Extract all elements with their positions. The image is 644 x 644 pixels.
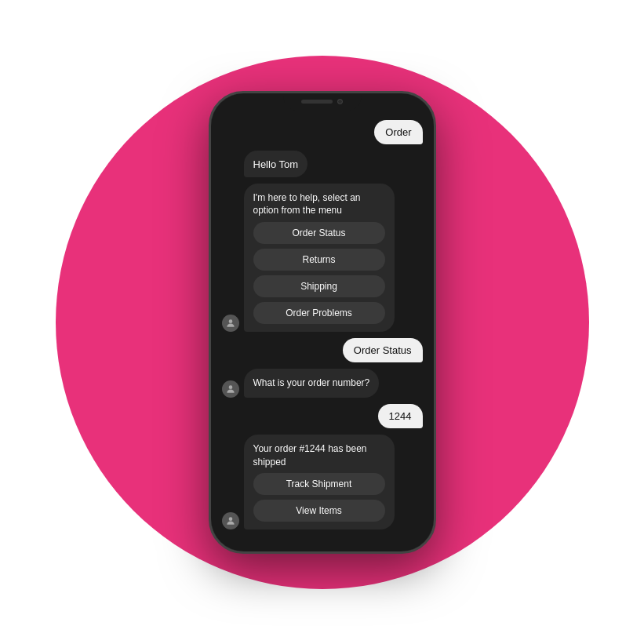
phone-wrapper: Order Hello Tom I'm here to help, select — [209, 91, 436, 554]
btn-order-problems[interactable]: Order Problems — [253, 302, 385, 324]
svg-point-0 — [228, 319, 232, 323]
phone-outer: Order Hello Tom I'm here to help, select — [209, 91, 436, 554]
bubble-hello-name: Hello Tom — [253, 158, 299, 170]
shipped-text: Your order #1244 has been shipped — [253, 442, 385, 469]
chat-area: Order Hello Tom I'm here to help, select — [211, 96, 434, 551]
menu-intro-text: I'm here to help, select an option from … — [253, 191, 385, 218]
btn-track-shipment[interactable]: Track Shipment — [253, 473, 385, 495]
btn-order-status[interactable]: Order Status — [253, 222, 385, 244]
msg-1244-out: 1244 — [222, 404, 423, 428]
msg-orderstatus-out: Order Status — [222, 338, 423, 362]
msg-ordernum-in: What is your order number? — [222, 369, 423, 398]
bot-avatar-1 — [222, 315, 239, 332]
notch-camera — [337, 99, 343, 104]
bubble-1244: 1244 — [378, 404, 423, 428]
msg-shipped-in: Your order #1244 has been shipped Track … — [222, 435, 423, 530]
msg-hello-in: Hello Tom — [222, 151, 423, 177]
btn-returns[interactable]: Returns — [253, 249, 385, 271]
btn-view-items[interactable]: View Items — [253, 500, 385, 522]
shipped-bubble: Your order #1244 has been shipped Track … — [244, 435, 395, 530]
bot-avatar-3 — [222, 512, 239, 529]
notch-speaker — [301, 100, 333, 104]
menu-bubble: I'm here to help, select an option from … — [244, 184, 395, 333]
phone-notch — [283, 93, 362, 111]
ordernum-text: What is your order number? — [253, 377, 370, 390]
ordernum-bubble: What is your order number? — [244, 369, 380, 398]
bubble-orderstatus: Order Status — [343, 338, 423, 362]
svg-point-2 — [228, 518, 232, 522]
msg-menu-in: I'm here to help, select an option from … — [222, 184, 423, 333]
svg-point-1 — [228, 385, 232, 389]
bubble-order: Order — [374, 120, 422, 144]
bot-avatar-2 — [222, 380, 239, 398]
msg-order-out: Order — [222, 120, 423, 144]
phone-screen: Order Hello Tom I'm here to help, select — [211, 93, 434, 551]
btn-shipping[interactable]: Shipping — [253, 275, 385, 297]
